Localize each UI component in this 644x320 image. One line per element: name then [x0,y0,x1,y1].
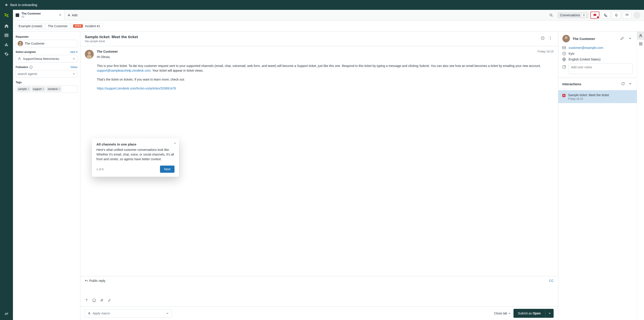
arrow-left-icon [4,3,8,7]
back-label: Back to onboarding [10,3,37,7]
back-to-onboarding[interactable]: Back to onboarding [0,0,644,10]
